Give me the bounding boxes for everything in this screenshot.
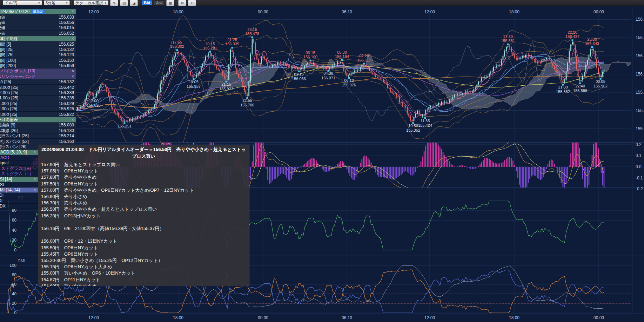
svg-text:155.351: 155.351 [118, 124, 132, 128]
indicator-label: RSI [14] [0, 177, 12, 182]
technical-select-button[interactable]: テクニカル選択 ▼ [74, 0, 108, 5]
svg-text:0: 0 [14, 310, 16, 315]
order-info-popup[interactable]: 2024/06/06 21:04:00 ドル円リアルタイムオーダー＝156.50… [38, 145, 249, 286]
indicator-value: 156.015 [59, 25, 74, 30]
ask-button[interactable]: Ask [154, 0, 165, 5]
indicator-label: 期間 [200] [0, 63, 16, 68]
indicator-label: MACD [0, 155, 9, 160]
indicator-label: 高値 [0, 20, 5, 25]
svg-text:18:00: 18:00 [509, 9, 519, 14]
indicator-value: 155.822 [59, 112, 74, 117]
svg-text:02:15: 02:15 [294, 72, 304, 76]
svg-text:17:55: 17:55 [172, 40, 182, 44]
technical-select-label: テクニカル選択 [75, 0, 103, 6]
indicator-value: 156.132 [59, 47, 74, 52]
indicator-label: MA [25] [0, 79, 11, 84]
indicator-row: 安値156.015 [0, 25, 76, 31]
indicator-row: -2.00σ [25]155.925 [0, 106, 76, 112]
svg-text:156.071: 156.071 [321, 76, 335, 80]
svg-text:156.381: 156.381 [501, 39, 515, 43]
close-icon[interactable]: × [31, 188, 36, 192]
zoom-in-icon[interactable]: ⊕ [178, 0, 186, 6]
bid-button[interactable]: Bid [142, 0, 152, 5]
svg-text:156.25: 156.25 [636, 53, 644, 58]
svg-text:156.50: 156.50 [636, 35, 644, 40]
indicator-value: 156.150 [59, 58, 74, 63]
chevron-down-icon: ▼ [66, 2, 68, 4]
svg-text:156.160: 156.160 [303, 55, 317, 59]
svg-text:21:30: 21:30 [558, 85, 568, 89]
indicator-row: ヒストグラム（+） [0, 166, 38, 171]
indicator-label: DMI [14, 14] [0, 188, 20, 192]
svg-text:155.695: 155.695 [87, 103, 101, 107]
indicator-row: 始値156.033 [0, 14, 76, 20]
svg-text:0: 0 [14, 248, 16, 252]
svg-text:155.352: 155.352 [406, 128, 420, 132]
popup-line: 155.15円 OP6日NYカット大きめ [41, 264, 246, 270]
close-icon[interactable]: × [69, 36, 74, 41]
indicator-value: 156.052 [59, 31, 74, 36]
svg-text:22:40: 22:40 [575, 84, 585, 88]
svg-text:100: 100 [9, 263, 16, 268]
svg-text:05:30: 05:30 [337, 50, 347, 54]
latest-candle-badge: 最新足 [31, 9, 45, 14]
svg-text:12:00: 12:00 [88, 9, 99, 14]
indicator-value: 156.214 [59, 133, 74, 138]
svg-text:156.478: 156.478 [245, 32, 259, 36]
svg-text:21:25: 21:25 [227, 38, 237, 42]
pencil-draw-icon[interactable]: ✎ [110, 0, 118, 6]
indicator-group-header[interactable]: 一目均衡表× [0, 117, 76, 123]
svg-text:155.957: 155.957 [187, 84, 201, 88]
svg-text:155.700: 155.700 [240, 103, 254, 107]
indicator-label: 移動平均線 [0, 36, 18, 41]
symbol-select[interactable]: ドル/円 ▼ [3, 0, 42, 5]
indicator-value: 156.132 [59, 79, 74, 84]
svg-text:06:10: 06:10 [342, 315, 352, 320]
indicator-row: 転換線 [9]156.080 [0, 123, 76, 128]
indicator-group-header[interactable]: RSI [14]× [0, 177, 38, 182]
svg-text:155.25: 155.25 [636, 126, 644, 131]
indicator-group-header[interactable]: MACD [5, 20, 9]× [0, 150, 38, 155]
indicator-row: 期間 [200]155.959 [0, 63, 76, 68]
indicator-group-header[interactable]: 移動平均線× [0, 36, 76, 41]
svg-text:06:10: 06:10 [344, 78, 354, 83]
close-icon[interactable]: × [69, 117, 74, 122]
area-chart-icon[interactable]: ◢ [130, 0, 138, 6]
popup-line: 157.80円 売りやや小さめ [41, 174, 246, 180]
close-icon[interactable]: × [31, 177, 36, 182]
indicator-value: 156.442 [59, 85, 74, 90]
close-icon[interactable]: × [31, 150, 36, 155]
close-icon[interactable]: × [69, 74, 74, 79]
indicator-group-header[interactable]: ボリンジャーバンド× [0, 74, 76, 79]
indicator-label: 一目均衡表 [0, 117, 18, 122]
indicator-label: 先行スパン1 [26] [0, 133, 29, 138]
indicator-value: 155.959 [59, 63, 74, 68]
svg-text:-0.2: -0.2 [636, 186, 643, 191]
svg-text:06:10: 06:10 [342, 9, 352, 14]
indicator-label: -3.00σ [25] [0, 112, 17, 117]
svg-text:156.063: 156.063 [292, 77, 306, 81]
toolbar-separator [176, 1, 176, 5]
svg-text:155.962: 155.962 [593, 84, 608, 88]
indicator-row: Signal [0, 160, 38, 166]
indicator-group-header[interactable]: スパイクボトム [10]× [0, 68, 76, 74]
svg-text:155.923: 155.923 [219, 87, 233, 91]
zoom-out-icon[interactable]: ⊖ [188, 0, 196, 6]
svg-text:00:00: 00:00 [593, 9, 604, 14]
timeframe-select[interactable]: 5分足 ▼ [44, 0, 70, 5]
indicator-group-header[interactable]: 2024/06/07 00:20最新足× [0, 9, 76, 14]
indicator-group-header[interactable]: DMI [14, 14]× [0, 188, 38, 193]
grid-icon[interactable]: ▦ [166, 0, 174, 6]
close-icon[interactable]: × [69, 9, 74, 14]
svg-text:12:00: 12:00 [424, 315, 435, 320]
svg-text:155.976: 155.976 [342, 83, 356, 87]
indicator-label: MACD [5, 20, 9] [0, 150, 27, 155]
indicator-label: 期間 [75] [0, 52, 13, 57]
memo-icon[interactable]: ▤ [120, 0, 128, 6]
svg-text:156.75: 156.75 [636, 17, 644, 22]
svg-text:00:05: 00:05 [596, 79, 605, 84]
close-icon[interactable]: × [69, 68, 74, 73]
indicator-value: 156.029 [59, 101, 74, 106]
indicator-row: 高値156.056 [0, 20, 76, 25]
indicator-label: ヒストグラム（−） [0, 171, 34, 176]
